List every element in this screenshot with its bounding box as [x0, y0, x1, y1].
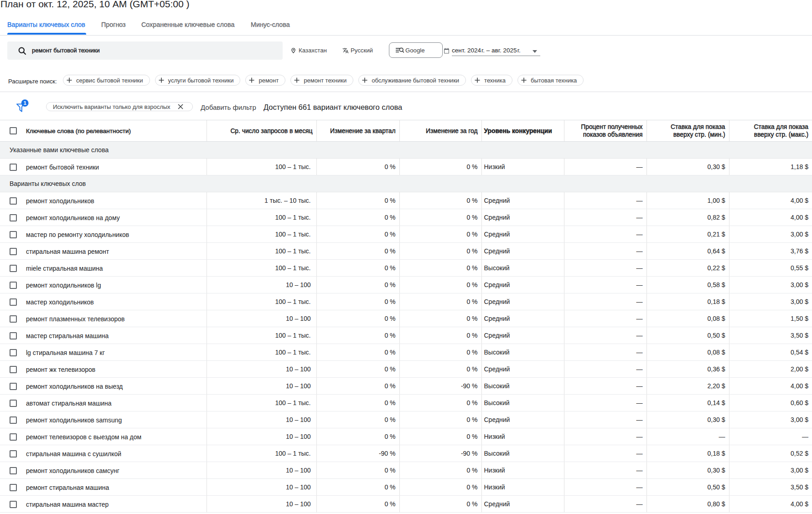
svg-text:1: 1 [23, 100, 26, 106]
